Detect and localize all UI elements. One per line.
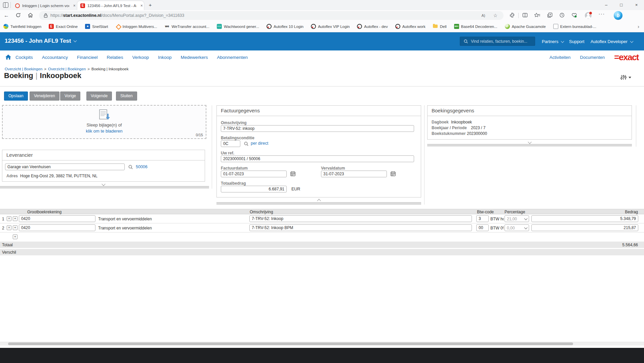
menu-relaties[interactable]: Relaties: [107, 55, 123, 60]
home-icon[interactable]: [28, 12, 34, 19]
attachment-dropzone[interactable]: Sleep bijlage(n) of klik om te bladeren …: [2, 105, 206, 139]
global-search-input[interactable]: Vind relaties, facturen, boekin...: [460, 37, 535, 46]
regel-omschrijving-input[interactable]: [249, 215, 472, 222]
bookmark-wachtwoord[interactable]: •••Wachtwoord gener...: [217, 24, 259, 29]
activiteiten-link[interactable]: Activiteiten: [550, 55, 571, 60]
bookmark-autoflex-vip[interactable]: Autoflex VIP Login: [311, 24, 350, 29]
boeking-collapse-toggle[interactable]: [427, 140, 632, 144]
leverancier-input[interactable]: [5, 164, 125, 170]
tab-close-icon[interactable]: ×: [72, 3, 77, 8]
bookmark-autoflex-work[interactable]: Autoflex work: [395, 24, 426, 29]
address-bar[interactable]: https://start.exactonline.nl/docs/MenuPo…: [39, 11, 504, 20]
column-filter-control[interactable]: [620, 75, 631, 80]
menu-inkoop[interactable]: Inkoop: [158, 55, 172, 60]
copilot-bing-icon[interactable]: b: [614, 11, 622, 20]
previous-button[interactable]: Vorige: [60, 92, 80, 101]
search-icon[interactable]: [244, 141, 249, 146]
window-close-button[interactable]: ×: [629, 0, 644, 10]
betalingsconditie-link[interactable]: per direct: [251, 141, 268, 146]
tab-close-icon[interactable]: ×: [139, 3, 144, 8]
menu-cockpits[interactable]: Cockpits: [15, 55, 33, 60]
browser-tab-2-active[interactable]: E 123456 - John AFL9 Test - Autofle ×: [77, 1, 144, 10]
bookmarks-overflow-icon[interactable]: ›: [638, 24, 639, 29]
row-delete-button[interactable]: ×: [7, 225, 11, 230]
profile-avatar[interactable]: [585, 12, 592, 19]
grootboek-input[interactable]: [19, 215, 95, 222]
collections-icon[interactable]: [547, 12, 554, 19]
browser-tab-1[interactable]: Inloggen | Login scherm voor Au ×: [12, 1, 77, 10]
history-icon[interactable]: [559, 12, 566, 19]
next-button[interactable]: Volgende: [86, 92, 112, 101]
home-menu-icon[interactable]: [5, 54, 11, 60]
close-page-button[interactable]: Sluiten: [116, 92, 137, 101]
save-button[interactable]: Opslaan: [4, 92, 28, 101]
menu-abonnementen[interactable]: Abonnementen: [217, 55, 248, 60]
calendar-icon[interactable]: [390, 171, 396, 177]
partners-menu[interactable]: Partners: [542, 39, 564, 44]
bookmark-autoflex10[interactable]: Autoflex 10 Login: [267, 24, 304, 29]
row-delete-button[interactable]: ×: [7, 216, 11, 221]
percentage-select[interactable]: 0,00: [505, 224, 529, 231]
scrollbar-thumb[interactable]: [8, 342, 573, 345]
menu-verkoop[interactable]: Verkoop: [132, 55, 149, 60]
horizontal-scrollbar[interactable]: [0, 342, 644, 346]
omschrijving-input[interactable]: [221, 125, 414, 132]
splitter-bar[interactable]: [0, 186, 209, 188]
add-row-button[interactable]: +: [13, 234, 17, 239]
new-tab-button[interactable]: +: [147, 2, 154, 8]
documenten-link[interactable]: Documenten: [580, 55, 605, 60]
calendar-icon[interactable]: [290, 171, 296, 177]
refresh-icon[interactable]: [15, 12, 22, 19]
tab-workspaces-icon[interactable]: [3, 2, 8, 8]
totaalbedrag-input[interactable]: [221, 186, 287, 192]
betalingsconditie-input[interactable]: [221, 140, 240, 147]
browse-files-link[interactable]: klik om te bladeren: [86, 129, 122, 134]
bedrag-input[interactable]: [531, 224, 638, 231]
extensions-icon[interactable]: [510, 12, 516, 19]
splitter-bar[interactable]: [427, 144, 632, 146]
btwcode-input[interactable]: [476, 215, 489, 222]
read-aloud-icon[interactable]: A): [481, 13, 485, 17]
factuurdatum-input[interactable]: [221, 171, 287, 177]
bookmark-base64[interactable]: B64Base64 Decoderen...: [454, 24, 497, 29]
bookmark-snelstart[interactable]: ★SnelStart: [85, 24, 108, 29]
division-selector[interactable]: 123456 - John AFL9 Test: [5, 38, 76, 44]
menu-financieel[interactable]: Financieel: [77, 55, 98, 60]
btwcode-input[interactable]: [476, 224, 489, 231]
window-minimize-button[interactable]: –: [599, 0, 614, 10]
menu-accountancy[interactable]: Accountancy: [42, 55, 68, 60]
row-insert-button[interactable]: +: [13, 216, 17, 221]
search-icon[interactable]: [128, 165, 133, 170]
splitter-bar[interactable]: [216, 202, 421, 205]
favorites-icon[interactable]: [534, 12, 541, 19]
vervaldatum-input[interactable]: [321, 171, 387, 177]
grootboek-input[interactable]: [19, 224, 95, 231]
row-insert-button[interactable]: +: [13, 225, 17, 230]
bookmark-exact-online[interactable]: EExact Online: [49, 24, 78, 29]
regel-omschrijving-input[interactable]: [249, 224, 472, 231]
support-link[interactable]: Support: [569, 39, 585, 44]
bookmark-wetransfer[interactable]: weWeTransfer account...: [165, 24, 210, 29]
percentage-select[interactable]: 21,00: [505, 215, 529, 222]
leverancier-collapse-toggle[interactable]: [2, 182, 205, 186]
browser-essentials-icon[interactable]: [571, 12, 578, 19]
bookmark-extern-bureaublad[interactable]: Extern bureaublad-...: [553, 24, 596, 29]
factuur-collapse-toggle[interactable]: [216, 198, 421, 202]
bookmark-multivers[interactable]: Inloggen Multivers...: [116, 24, 157, 29]
window-maximize-button[interactable]: □: [614, 0, 629, 10]
leverancier-code-link[interactable]: 50006: [136, 165, 148, 169]
back-icon[interactable]: ←: [3, 12, 9, 19]
bookmark-guacamole[interactable]: Apache Guacamole: [505, 24, 546, 29]
favorite-star-icon[interactable]: ☆: [493, 13, 497, 18]
bookmark-folder-dell[interactable]: Dell: [433, 24, 447, 29]
settings-more-icon[interactable]: ···: [598, 11, 605, 17]
breadcrumb-link-1[interactable]: Overzicht | Boekingen: [5, 67, 42, 71]
bookmark-autoflex-dev[interactable]: Autoflex - dev: [357, 24, 388, 29]
menu-medewerkers[interactable]: Medewerkers: [180, 55, 208, 60]
exact-logo[interactable]: =exact: [614, 53, 639, 62]
uwref-input[interactable]: [221, 155, 414, 162]
delete-button[interactable]: Verwijderen: [30, 92, 59, 101]
user-menu[interactable]: Autoflex Developer: [591, 39, 633, 44]
bookmark-twinfield[interactable]: Twinfield Inloggen: [3, 24, 41, 29]
bedrag-input[interactable]: [531, 215, 638, 222]
